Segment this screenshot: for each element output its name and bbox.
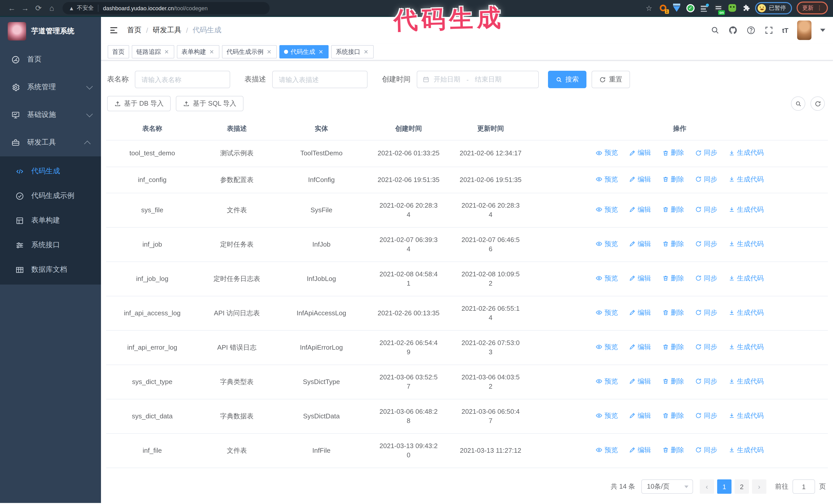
date-range-picker[interactable]: 开始日期 - 结束日期 — [417, 71, 539, 88]
edit-link[interactable]: 编辑 — [629, 205, 651, 214]
breadcrumb-devtools[interactable]: 研发工具 — [153, 26, 182, 35]
generate-code-link[interactable]: 生成代码 — [729, 377, 764, 386]
page-number-button[interactable]: 1 — [717, 479, 732, 494]
tag-tab[interactable]: 表单构建 ✕ — [177, 45, 219, 58]
extension-orange-icon[interactable]: 1 — [658, 3, 667, 13]
generate-code-link[interactable]: 生成代码 — [729, 239, 764, 249]
generate-code-link[interactable]: 生成代码 — [729, 205, 764, 214]
preview-link[interactable]: 预览 — [596, 174, 618, 184]
sync-link[interactable]: 同步 — [695, 446, 717, 455]
extension-gem-icon[interactable] — [672, 3, 681, 13]
sync-link[interactable]: 同步 — [695, 239, 717, 249]
delete-link[interactable]: 删除 — [662, 446, 684, 455]
prev-page-button[interactable]: ‹ — [700, 479, 714, 494]
forward-icon[interactable]: → — [19, 0, 32, 16]
preview-link[interactable]: 预览 — [596, 446, 618, 455]
sidebar-item-codegen[interactable]: 代码生成 — [0, 159, 101, 184]
edit-link[interactable]: 编辑 — [629, 174, 651, 184]
import-db-button[interactable]: 基于 DB 导入 — [107, 96, 171, 111]
search-button[interactable]: 搜索 — [548, 71, 587, 88]
sidebar-item-system[interactable]: 系统管理 — [0, 73, 101, 101]
back-icon[interactable]: ← — [5, 0, 19, 16]
generate-code-link[interactable]: 生成代码 — [729, 308, 764, 317]
help-icon[interactable] — [746, 26, 755, 35]
sidebar-item-db-doc[interactable]: 数据库文档 — [0, 257, 101, 282]
preview-link[interactable]: 预览 — [596, 411, 618, 421]
fullscreen-icon[interactable] — [764, 26, 773, 35]
close-icon[interactable]: ✕ — [266, 48, 272, 55]
app-logo-row[interactable]: 芋道管理系统 — [0, 17, 101, 46]
edit-link[interactable]: 编辑 — [629, 239, 651, 249]
sync-link[interactable]: 同步 — [695, 411, 717, 421]
edit-link[interactable]: 编辑 — [629, 342, 651, 352]
edit-link[interactable]: 编辑 — [629, 274, 651, 283]
delete-link[interactable]: 删除 — [662, 308, 684, 317]
table-name-input[interactable] — [135, 71, 230, 88]
edit-link[interactable]: 编辑 — [629, 377, 651, 386]
edit-link[interactable]: 编辑 — [629, 446, 651, 455]
extension-settings-icon[interactable] — [700, 3, 709, 13]
sync-link[interactable]: 同步 — [695, 377, 717, 386]
sync-link[interactable]: 同步 — [695, 308, 717, 317]
github-icon[interactable] — [728, 26, 737, 35]
sync-link[interactable]: 同步 — [695, 148, 717, 158]
page-number-button[interactable]: 2 — [735, 479, 749, 494]
search-icon[interactable] — [710, 26, 719, 35]
sidebar-item-form-builder[interactable]: 表单构建 — [0, 208, 101, 233]
avatar-caret-icon[interactable] — [820, 29, 825, 32]
preview-link[interactable]: 预览 — [596, 148, 618, 158]
delete-link[interactable]: 删除 — [662, 148, 684, 158]
preview-link[interactable]: 预览 — [596, 377, 618, 386]
home-icon[interactable]: ⌂ — [45, 0, 58, 16]
edit-link[interactable]: 编辑 — [629, 308, 651, 317]
tag-tab[interactable]: 代码生成 ✕ — [279, 45, 329, 58]
import-sql-button[interactable]: 基于 SQL 导入 — [176, 96, 244, 111]
close-icon[interactable]: ✕ — [164, 48, 170, 55]
reload-icon[interactable]: ⟳ — [32, 0, 45, 16]
page-size-select[interactable]: 10条/页 — [641, 479, 693, 494]
browser-menu-icon[interactable]: ⋮ — [816, 6, 822, 10]
sync-link[interactable]: 同步 — [695, 274, 717, 283]
extension-monkey-icon[interactable] — [728, 3, 737, 13]
tag-tab[interactable]: 代码生成示例 ✕ — [222, 45, 277, 58]
generate-code-link[interactable]: 生成代码 — [729, 446, 764, 455]
delete-link[interactable]: 删除 — [662, 205, 684, 214]
sync-link[interactable]: 同步 — [695, 174, 717, 184]
generate-code-link[interactable]: 生成代码 — [729, 342, 764, 352]
extension-check-icon[interactable]: ✓ — [686, 3, 695, 13]
breadcrumb-home[interactable]: 首页 — [127, 26, 142, 35]
sidebar-item-devtools[interactable]: 研发工具 — [0, 129, 101, 157]
toggle-search-button[interactable] — [791, 96, 805, 111]
profile-paused-pill[interactable]: 已暂停 — [755, 2, 792, 14]
sidebar-toggle-icon[interactable] — [109, 25, 119, 35]
tag-tab[interactable]: 系统接口 ✕ — [331, 45, 374, 58]
goto-page-input[interactable] — [792, 479, 815, 494]
close-icon[interactable]: ✕ — [209, 48, 215, 55]
edit-link[interactable]: 编辑 — [629, 411, 651, 421]
tag-tab[interactable]: 链路追踪 ✕ — [132, 45, 174, 58]
next-page-button[interactable]: › — [752, 479, 766, 494]
delete-link[interactable]: 删除 — [662, 239, 684, 249]
close-icon[interactable]: ✕ — [363, 48, 369, 55]
preview-link[interactable]: 预览 — [596, 239, 618, 249]
delete-link[interactable]: 删除 — [662, 411, 684, 421]
reset-button[interactable]: 重置 — [592, 71, 630, 88]
delete-link[interactable]: 删除 — [662, 274, 684, 283]
sidebar-item-codegen-example[interactable]: 代码生成示例 — [0, 184, 101, 208]
sidebar-item-home[interactable]: 首页 — [0, 46, 101, 73]
tag-tab[interactable]: 首页 — [108, 45, 129, 58]
preview-link[interactable]: 预览 — [596, 308, 618, 317]
bookmark-star-icon[interactable]: ☆ — [644, 3, 653, 13]
preview-link[interactable]: 预览 — [596, 342, 618, 352]
sync-link[interactable]: 同步 — [695, 205, 717, 214]
delete-link[interactable]: 删除 — [662, 377, 684, 386]
table-desc-input[interactable] — [272, 71, 367, 88]
browser-update-button[interactable]: 更新 ⋮ — [796, 2, 828, 14]
sync-link[interactable]: 同步 — [695, 342, 717, 352]
refresh-table-button[interactable] — [810, 96, 825, 111]
preview-link[interactable]: 预览 — [596, 205, 618, 214]
edit-link[interactable]: 编辑 — [629, 148, 651, 158]
font-size-icon[interactable]: tT — [782, 26, 788, 34]
delete-link[interactable]: 删除 — [662, 174, 684, 184]
delete-link[interactable]: 删除 — [662, 342, 684, 352]
